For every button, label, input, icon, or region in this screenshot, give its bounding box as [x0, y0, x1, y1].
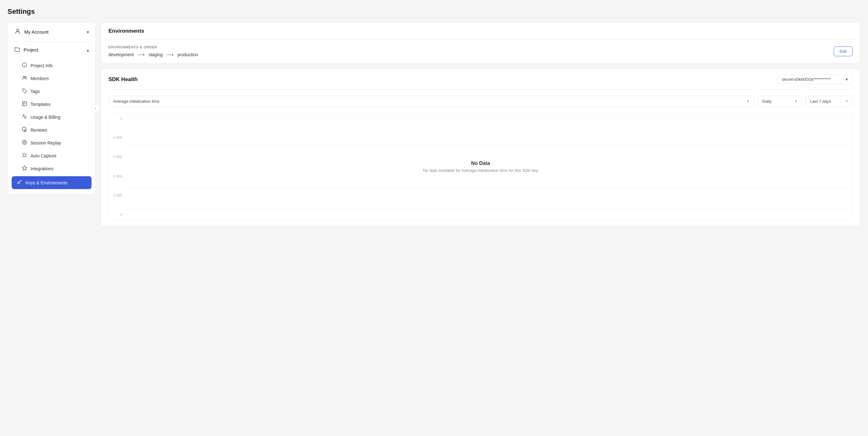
nav-label-auto-capture: Auto Capture — [31, 153, 57, 158]
svg-marker-16 — [22, 166, 27, 170]
chevron-down-icon: ▾ — [87, 30, 89, 35]
nav-label-session-replay: Session Replay — [31, 140, 61, 145]
filter-row: Average initialization time ▾ Daily ▾ La… — [108, 96, 852, 107]
edit-environments-button[interactable]: Edit — [834, 46, 852, 56]
account-label: My Account — [24, 29, 49, 35]
env-development: development — [108, 52, 134, 57]
folder-icon — [14, 46, 21, 54]
nav-label-integrations: Integrations — [31, 166, 54, 171]
members-icon — [22, 75, 27, 82]
sdk-health-header: SDK Health secret-d3kb0O2a*********** ▾ — [101, 69, 860, 90]
chevron-down-icon: ▾ — [747, 99, 749, 103]
interval-dropdown[interactable]: Daily ▾ — [757, 96, 802, 107]
environments-order-label: ENVIRONMENTS & ORDER — [108, 45, 198, 49]
sidebar-item-keys-environments[interactable]: Keys & Environments — [12, 176, 92, 189]
environments-flow-section: ENVIRONMENTS & ORDER development ⟶ stagi… — [108, 45, 198, 58]
tags-icon — [22, 88, 27, 95]
svg-point-0 — [17, 29, 19, 31]
sdk-health-body: Average initialization time ▾ Daily ▾ La… — [101, 90, 860, 226]
account-icon — [14, 28, 21, 36]
sidebar: My Account ▾ Project ▴ — [7, 22, 96, 195]
sidebar-item-templates[interactable]: Templates — [8, 98, 95, 110]
sidebar-item-tags[interactable]: Tags — [8, 85, 95, 98]
sidebar-wrapper: My Account ▾ Project ▴ — [7, 22, 96, 195]
svg-point-3 — [25, 64, 25, 64]
environments-flow: development ⟶ staging ⟶ production — [108, 52, 198, 58]
grid-line-2 — [125, 145, 852, 145]
metric-dropdown[interactable]: Average initialization time ▾ — [108, 96, 754, 107]
grid-line-5 — [125, 210, 852, 210]
key-icon — [17, 179, 22, 186]
nav-label-project-info: Project Info — [31, 63, 53, 68]
grid-line-4 — [125, 188, 852, 188]
no-data-subtitle: No data available for Average initializa… — [423, 168, 538, 173]
replay-icon — [22, 139, 27, 146]
sidebar-item-auto-capture[interactable]: Auto Capture — [8, 149, 95, 162]
arrow-icon-2: ⟶ — [166, 52, 174, 58]
main-content: Environments ENVIRONMENTS & ORDER develo… — [101, 22, 861, 227]
y-label-0200: 0.200 — [109, 194, 122, 197]
sdk-health-title: SDK Health — [108, 76, 138, 82]
environments-title: Environments — [108, 28, 144, 34]
y-label-0800: 0.800 — [109, 136, 122, 139]
settings-page: Settings My Account ▾ — [0, 0, 868, 436]
info-icon — [22, 62, 27, 69]
sidebar-item-usage-billing[interactable]: Usage & Billing — [8, 110, 95, 124]
sidebar-item-integrations[interactable]: Integrations — [8, 162, 95, 175]
svg-point-4 — [23, 76, 25, 78]
environments-header: Environments — [101, 22, 860, 40]
layout: My Account ▾ Project ▴ — [7, 22, 861, 227]
y-label-0: 0 — [109, 213, 122, 216]
nav-label-templates: Templates — [31, 102, 51, 107]
no-data-title: No Data — [423, 161, 538, 166]
project-label: Project — [24, 47, 38, 53]
env-staging: staging — [149, 52, 163, 57]
sidebar-item-my-account[interactable]: My Account ▾ — [8, 22, 95, 41]
capture-icon — [22, 153, 27, 159]
env-production: production — [177, 52, 198, 57]
svg-point-14 — [24, 142, 25, 143]
environments-card: Environments ENVIRONMENTS & ORDER develo… — [101, 22, 861, 63]
y-label-1: 1 — [109, 116, 122, 120]
range-value: Last 7 days — [810, 99, 831, 104]
svg-point-17 — [18, 182, 20, 184]
no-data-overlay: No Data No data available for Average in… — [423, 161, 538, 173]
chevron-up-icon: ▴ — [87, 47, 89, 53]
svg-rect-7 — [22, 101, 27, 106]
chevron-left-icon: ‹ — [95, 106, 96, 110]
interval-value: Daily — [762, 99, 771, 104]
sidebar-item-reviews[interactable]: Reviews — [8, 124, 95, 136]
chart-icon — [22, 114, 27, 120]
chevron-down-icon: ▾ — [846, 99, 848, 103]
sidebar-item-project-info[interactable]: Project Info — [8, 59, 95, 72]
chevron-down-icon: ▾ — [846, 77, 848, 82]
sdk-key-value: secret-d3kb0O2a*********** — [782, 77, 831, 82]
reviews-icon — [22, 127, 27, 133]
sidebar-nav: Project Info M — [8, 58, 95, 194]
integrations-icon — [22, 165, 27, 172]
sidebar-item-session-replay[interactable]: Session Replay — [8, 136, 95, 149]
sidebar-item-members[interactable]: Members — [8, 72, 95, 85]
y-label-0400: 0.400 — [109, 174, 122, 178]
y-label-0600: 0.600 — [109, 155, 122, 159]
range-dropdown[interactable]: Last 7 days ▾ — [805, 96, 852, 107]
sdk-key-dropdown[interactable]: secret-d3kb0O2a*********** ▾ — [777, 74, 852, 84]
nav-label-members: Members — [31, 76, 49, 81]
collapse-sidebar-button[interactable]: ‹ — [91, 104, 100, 113]
arrow-icon-1: ⟶ — [137, 52, 145, 58]
sidebar-item-project[interactable]: Project ▴ — [8, 42, 95, 58]
nav-label-tags: Tags — [31, 89, 40, 94]
sdk-health-chart: 1 0.800 0.600 0.400 0.200 0 — [108, 113, 852, 220]
templates-icon — [22, 101, 27, 107]
environments-body: ENVIRONMENTS & ORDER development ⟶ stagi… — [101, 40, 860, 63]
sdk-health-card: SDK Health secret-d3kb0O2a*********** ▾ … — [101, 68, 861, 227]
chart-y-labels: 1 0.800 0.600 0.400 0.200 0 — [109, 113, 125, 220]
grid-line-1 — [125, 116, 852, 117]
nav-label-usage-billing: Usage & Billing — [31, 115, 60, 120]
chevron-down-icon: ▾ — [795, 99, 797, 103]
page-title: Settings — [7, 7, 861, 16]
nav-label-reviews: Reviews — [31, 128, 47, 133]
nav-label-keys-environments: Keys & Environments — [26, 180, 68, 185]
svg-point-5 — [25, 76, 27, 78]
svg-point-6 — [23, 90, 24, 91]
